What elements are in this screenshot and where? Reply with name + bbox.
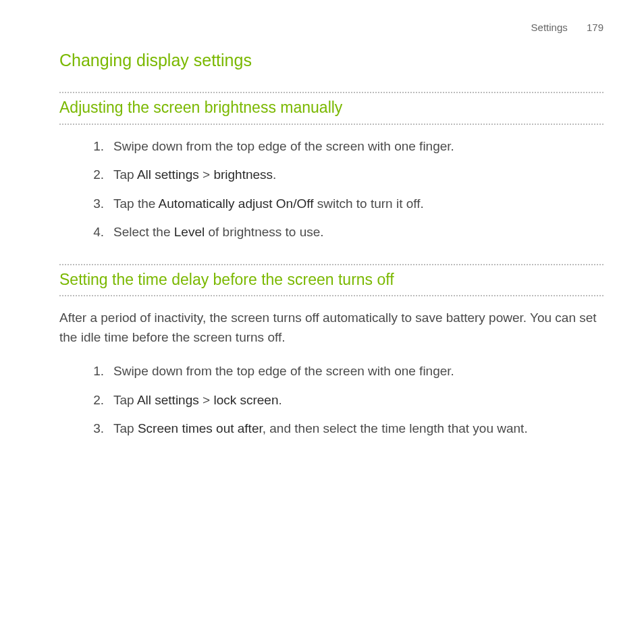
steps-list-timeout: Swipe down from the top edge of the scre… [59, 362, 603, 439]
step-item: Tap Screen times out after, and then sel… [85, 419, 603, 439]
section-intro-text: After a period of inactivity, the screen… [59, 308, 603, 347]
section-heading-timeout: Setting the time delay before the screen… [59, 264, 603, 297]
header-page-number: 179 [587, 22, 603, 33]
step-text: Select the [113, 225, 174, 239]
ui-path-segment: brightness [213, 167, 273, 182]
step-item: Swipe down from the top edge of the scre… [85, 137, 603, 157]
step-text: Tap [113, 167, 137, 182]
ui-control-name: Automatically adjust On/Off [159, 196, 314, 211]
steps-list-brightness: Swipe down from the top edge of the scre… [59, 137, 603, 242]
page-title: Changing display settings [59, 48, 603, 74]
step-item: Swipe down from the top edge of the scre… [85, 362, 603, 381]
header-section-label: Settings [531, 22, 568, 33]
step-text: Tap the [113, 196, 159, 211]
step-item: Tap the Automatically adjust On/Off swit… [85, 194, 603, 214]
step-text: . [273, 167, 276, 182]
ui-path-segment: All settings [137, 393, 199, 407]
step-item: Tap All settings > lock screen. [85, 391, 603, 410]
step-text: Tap [113, 421, 138, 435]
section-heading-brightness: Adjusting the screen brightness manually [59, 92, 603, 125]
step-item: Select the Level of brightness to use. [85, 223, 603, 242]
step-text: of brightness to use. [205, 225, 323, 239]
step-text: switch to turn it off. [313, 196, 423, 211]
path-separator: > [199, 167, 214, 182]
step-item: Tap All settings > brightness. [85, 165, 603, 185]
step-text: . [279, 393, 282, 407]
ui-control-name: Screen times out after [138, 421, 263, 435]
page-header: Settings 179 [59, 20, 603, 36]
step-text: , and then select the time length that y… [263, 421, 528, 435]
ui-control-name: Level [174, 225, 205, 239]
ui-path-segment: lock screen [213, 393, 278, 407]
path-separator: > [199, 393, 214, 407]
step-text: Tap [113, 393, 137, 407]
ui-path-segment: All settings [137, 167, 199, 182]
